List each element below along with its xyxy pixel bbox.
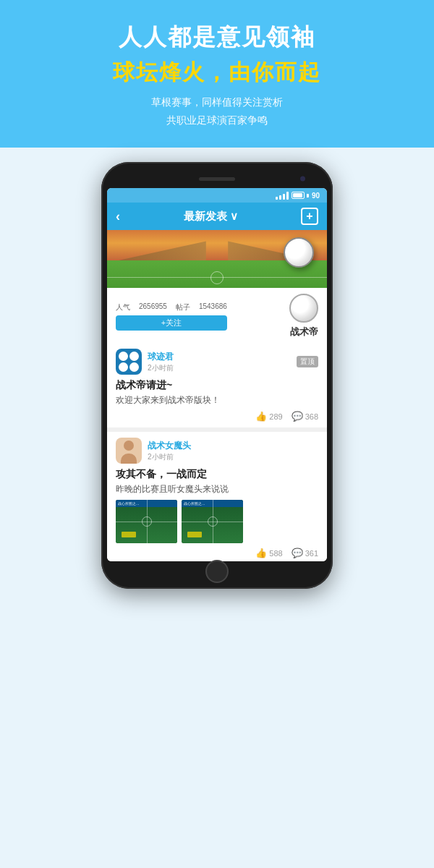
post-1-author-name[interactable]: 球迹君 xyxy=(148,351,174,363)
like-icon-2: 👍 xyxy=(255,548,267,558)
battery-number: 90 xyxy=(312,192,320,200)
post-1-body: 欢迎大家来到战术帝版块！ xyxy=(116,394,318,407)
profile-stats: 人气 2656955 帖子 1543686 +关注 xyxy=(116,302,227,331)
comment-icon-2: 💬 xyxy=(292,548,303,558)
post-2-comments[interactable]: 💬 361 xyxy=(292,548,318,558)
post-1-like-count: 289 xyxy=(269,412,282,421)
thumb-circle-2 xyxy=(208,516,218,527)
post-1-comment-count: 368 xyxy=(305,412,318,421)
follow-button[interactable]: +关注 xyxy=(116,315,227,331)
post-1-pinned-badge: 置顶 xyxy=(297,356,318,367)
like-icon: 👍 xyxy=(255,411,267,422)
post-image-2[interactable]: 战心所图之... xyxy=(182,500,243,543)
signal-bars xyxy=(276,192,289,200)
popularity-value: 2656955 xyxy=(139,302,167,312)
phone-bottom-bar xyxy=(107,564,327,579)
post-2-author-row: 战术女魔头 2小时前 xyxy=(116,438,191,464)
post-card-1[interactable]: 球迹君 2小时前 置顶 战术帝请进~ 欢迎大家来到战术帝版块！ 👍 289 xyxy=(107,343,327,427)
posts-value: 1543686 xyxy=(199,302,227,312)
post-1-likes[interactable]: 👍 289 xyxy=(255,411,282,422)
thumb-field-1: 战心所图之... xyxy=(116,500,177,543)
post-2-likes[interactable]: 👍 588 xyxy=(255,548,282,558)
profile-right: 战术帝 xyxy=(289,294,318,339)
avatar-dot-3 xyxy=(119,362,128,372)
post-2-footer: 👍 588 💬 361 xyxy=(116,548,318,558)
phone-camera xyxy=(300,176,305,182)
post-card-2[interactable]: 战术女魔头 2小时前 攻其不备，一战而定 昨晚的比赛且听女魔头来说说 战心所图 xyxy=(107,432,327,561)
post-2-time: 2小时前 xyxy=(148,452,191,462)
thumb-yellow-1 xyxy=(122,532,136,537)
thumb-header-text-2: 战心所图之... xyxy=(184,501,205,506)
post-2-like-count: 588 xyxy=(269,549,282,558)
dropdown-icon[interactable]: ∨ xyxy=(230,210,238,223)
profile-section: 人气 2656955 帖子 1543686 +关注 战术帝 xyxy=(107,288,327,343)
post-1-author-row: 球迹君 2小时前 xyxy=(116,349,174,375)
feed[interactable]: 球迹君 2小时前 置顶 战术帝请进~ 欢迎大家来到战术帝版块！ 👍 289 xyxy=(107,343,327,561)
phone-speaker xyxy=(199,177,235,181)
stats-row: 人气 2656955 帖子 1543686 xyxy=(116,302,227,312)
post-2-title: 攻其不备，一战而定 xyxy=(116,468,318,481)
popularity-label: 人气 xyxy=(116,302,130,312)
phone-wrapper: 90 ‹ 最新发表 ∨ + xyxy=(0,148,434,603)
comment-icon: 💬 xyxy=(292,411,303,422)
banner-title2: 球坛烽火，由你而起 xyxy=(14,58,420,88)
header-title-text: 最新发表 xyxy=(184,210,227,224)
phone-device: 90 ‹ 最新发表 ∨ + xyxy=(101,162,333,589)
post-1-header: 球迹君 2小时前 置顶 xyxy=(116,349,318,375)
profile-avatar xyxy=(289,294,318,323)
stadium-banner xyxy=(107,230,327,288)
thumb-yellow-2 xyxy=(187,532,202,537)
profile-name: 战术帝 xyxy=(290,326,318,339)
avatar-dot-2 xyxy=(129,352,139,361)
banner-sub2: 共职业足球演百家争鸣 xyxy=(14,111,420,129)
battery-body xyxy=(292,192,305,199)
add-button[interactable]: + xyxy=(301,208,318,225)
post-1-footer: 👍 289 💬 368 xyxy=(116,411,318,422)
post-2-author-info: 战术女魔头 2小时前 xyxy=(148,440,191,462)
phone-top-bar xyxy=(107,172,327,185)
person-head xyxy=(124,441,134,451)
post-2-author-name[interactable]: 战术女魔头 xyxy=(148,440,191,452)
post-2-images: 战心所图之... 战心所图之... xyxy=(116,500,318,543)
header-title: 最新发表 ∨ xyxy=(184,210,238,224)
battery-icon xyxy=(292,192,309,199)
post-2-comment-count: 361 xyxy=(305,549,318,558)
post-1-avatar xyxy=(116,349,142,375)
avatar-dot-4 xyxy=(129,362,139,372)
banner-title1: 人人都是意见领袖 xyxy=(14,22,420,54)
avatar-dot-1 xyxy=(119,352,128,361)
back-button[interactable]: ‹ xyxy=(116,210,120,223)
post-1-time: 2小时前 xyxy=(148,363,174,373)
thumb-field-2: 战心所图之... xyxy=(182,500,243,543)
signal-bar-3 xyxy=(283,194,285,200)
top-banner: 人人都是意见领袖 球坛烽火，由你而起 草根赛事，同样值得关注赏析 共职业足球演百… xyxy=(0,0,434,148)
app-header: ‹ 最新发表 ∨ + xyxy=(107,203,327,230)
thumb-circle-1 xyxy=(142,516,152,527)
post-2-header: 战术女魔头 2小时前 xyxy=(116,438,318,464)
phone-screen: 90 ‹ 最新发表 ∨ + xyxy=(107,188,327,561)
battery-tip xyxy=(307,194,309,197)
status-bar: 90 xyxy=(107,188,327,203)
post-image-1[interactable]: 战心所图之... xyxy=(116,500,177,543)
post-1-comments[interactable]: 💬 368 xyxy=(292,411,318,422)
banner-sub1: 草根赛事，同样值得关注赏析 xyxy=(14,93,420,111)
signal-bar-2 xyxy=(279,195,281,200)
post-1-author-info: 球迹君 2小时前 xyxy=(148,351,174,373)
post-1-title: 战术帝请进~ xyxy=(116,379,318,392)
post-2-body: 昨晚的比赛且听女魔头来说说 xyxy=(116,483,318,495)
bottom-area xyxy=(0,603,434,868)
post-2-avatar xyxy=(116,438,142,464)
signal-bar-1 xyxy=(276,197,278,200)
person-body xyxy=(121,454,137,464)
thumb-header-text-1: 战心所图之... xyxy=(118,501,139,506)
signal-bar-4 xyxy=(286,192,289,200)
battery-fill xyxy=(293,193,302,197)
field-line-center xyxy=(210,271,224,284)
home-button[interactable] xyxy=(205,560,229,583)
posts-label: 帖子 xyxy=(176,302,190,312)
